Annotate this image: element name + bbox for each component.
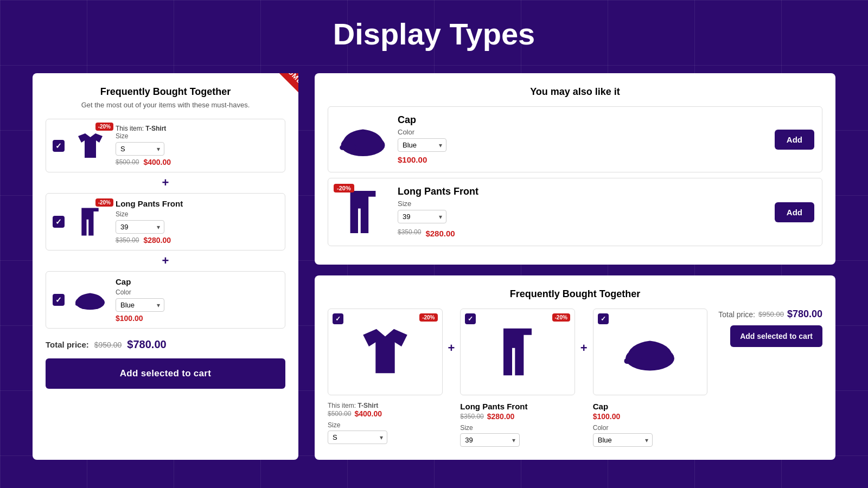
hfbt-add-cart-button[interactable]: Add selected to cart [730,325,822,347]
left-total-row: Total price: $950.00 $780.00 [46,338,285,351]
hfbt-tshirt-prices: $500.00 $400.00 [328,409,443,418]
tshirt-size-wrapper[interactable]: XSSMLXL [116,142,164,156]
tshirt-info: This item: T-Shirt Size XSSMLXL $500.00 … [116,125,278,166]
pants-price-original: $350.00 [116,236,139,244]
hfbt-product-tshirt: -20% This item: T-Shirt $500.00 $400.00 … [328,309,443,444]
hfbt-tshirt-size-label: Size [328,421,443,429]
hfbt-tshirt-price-sale: $400.00 [354,409,382,418]
hfbt-tshirt-size-wrapper[interactable]: XSSML [328,431,387,444]
hfbt-pants-image: -20% [460,309,575,395]
hfbt-cap-image [593,309,708,395]
cap-color-wrapper[interactable]: BlueRedBlackWhite [116,298,164,312]
hfbt-product-pants: -20% Long Pants Front $350.00 $280.00 Si… [460,309,575,447]
hfbt-pants-icon [496,325,539,379]
hfbt-pants-size-select[interactable]: 383940 [460,433,520,447]
cap-info: Cap Color BlueRedBlackWhite $100.00 [116,277,278,323]
tshirt-prices: $500.00 $400.00 [116,158,278,166]
hfbt-title: Frequently Bought Together [328,288,822,300]
cap-image [71,281,109,319]
cap-icon [74,286,106,313]
left-total-original: $950.00 [94,341,122,349]
ymal-cap-color-label: Color [398,128,767,136]
hfbt-pants-price-orig: $350.00 [460,413,483,420]
hfbt-pants-checkbox[interactable] [465,313,476,324]
left-add-cart-button[interactable]: Add selected to cart [46,358,285,389]
hfbt-tshirt-image: -20% [328,309,443,395]
hfbt-tshirt-label: This item: T-Shirt [328,402,443,409]
hfbt-cap-color-select[interactable]: BlueRedBlack [593,433,653,447]
hfbt-cap-info: Cap $100.00 Color BlueRedBlack [593,402,708,447]
cap-color-label: Color [116,288,278,296]
ymal-pants-add-button[interactable]: Add [775,202,814,222]
pants-name: Long Pants Front [116,199,278,208]
combo-ribbon-text: COMBO [268,73,298,104]
hfbt-cap-prices: $100.00 [593,412,708,421]
ymal-cap-image [336,115,390,164]
svg-rect-3 [340,145,357,150]
pants-image: -20% [71,203,109,241]
svg-rect-5 [624,358,643,364]
tshirt-price-original: $500.00 [116,158,139,166]
hfbt-tshirt-discount: -20% [419,313,437,322]
plus-divider-1: + [46,176,285,190]
hfbt-cap-checkbox[interactable] [598,313,609,324]
pants-size-select[interactable]: 38394041 [116,220,164,234]
tshirt-discount-badge: -20% [95,123,113,131]
hfbt-tshirt-info: This item: T-Shirt $500.00 $400.00 Size … [328,402,443,444]
product-item-tshirt: -20% This item: T-Shirt Size XSSMLXL $50… [46,119,285,172]
hfbt-products-row: -20% This item: T-Shirt $500.00 $400.00 … [328,309,822,447]
cap-color-select[interactable]: BlueRedBlackWhite [116,298,164,312]
page-title: Display Types [0,0,868,73]
combo-ribbon: COMBO [250,73,298,122]
left-total-sale: $780.00 [127,338,166,351]
cap-checkbox[interactable] [53,294,65,306]
hfbt-cap-name: Cap [593,402,708,411]
pants-size-wrapper[interactable]: 38394041 [116,220,164,234]
hfbt-cap-color-label: Color [593,424,708,432]
hfbt-tshirt-size-select[interactable]: XSSML [328,431,387,444]
tshirt-checkbox[interactable] [53,140,65,152]
pants-checkbox[interactable] [53,216,65,228]
ymal-cap-color-wrapper[interactable]: BlueRedBlack [398,138,446,152]
tshirt-image: -20% [71,127,109,165]
pants-prices: $350.00 $280.00 [116,236,278,245]
pants-info: Long Pants Front Size 38394041 $350.00 $… [116,199,278,245]
ymal-item-pants: -20% Long Pants Front Size 383940 [328,178,822,246]
hfbt-total-section: Total price: $950.00 $780.00 Add selecte… [707,309,822,347]
hfbt-panel: Frequently Bought Together -20% This ite… [315,275,835,460]
tshirt-price-sale: $400.00 [143,158,171,166]
hfbt-tshirt-checkbox[interactable] [333,313,343,324]
ymal-cap-add-button[interactable]: Add [775,130,814,150]
ymal-pants-prices: $350.00 $280.00 [398,226,767,238]
tshirt-size-label: Size [116,132,278,140]
ymal-pants-name: Long Pants Front [398,186,767,197]
ymal-pants-size-select[interactable]: 383940 [398,210,446,223]
hfbt-plus-2: + [575,341,593,355]
hfbt-pants-size-label: Size [460,424,575,432]
cap-price-sale: $100.00 [116,314,143,323]
hfbt-pants-price-sale: $280.00 [487,412,515,421]
left-total-label: Total price: [46,340,89,349]
ymal-pants-size-wrapper[interactable]: 383940 [398,210,446,223]
cap-name: Cap [116,277,278,286]
ymal-item-cap: Cap Color BlueRedBlack $100.00 Add [328,106,822,172]
ymal-pants-price-sale: $280.00 [425,229,455,238]
tshirt-icon [75,131,105,160]
ymal-pants-discount: -20% [334,184,354,192]
ymal-pants-price-original: $350.00 [398,228,421,236]
plus-divider-2: + [46,254,285,268]
hfbt-total-label: Total price: [718,310,755,319]
hfbt-tshirt-price-orig: $500.00 [328,410,351,418]
hfbt-cap-color-wrapper[interactable]: BlueRedBlack [593,433,653,447]
hfbt-pants-info: Long Pants Front $350.00 $280.00 Size 38… [460,402,575,447]
hfbt-total-row: Total price: $950.00 $780.00 [718,309,822,320]
tshirt-size-select[interactable]: XSSMLXL [116,142,164,156]
hfbt-plus-1: + [443,341,461,355]
hfbt-cap-price-sale: $100.00 [593,412,621,421]
pants-size-label: Size [116,210,278,218]
hfbt-pants-prices: $350.00 $280.00 [460,412,575,421]
ymal-cap-color-select[interactable]: BlueRedBlack [398,138,446,152]
hfbt-pants-size-wrapper[interactable]: 383940 [460,433,520,447]
tshirt-label: This item: T-Shirt [116,125,278,132]
ymal-panel: You may also like it Cap Color BlueRedB [315,73,835,265]
